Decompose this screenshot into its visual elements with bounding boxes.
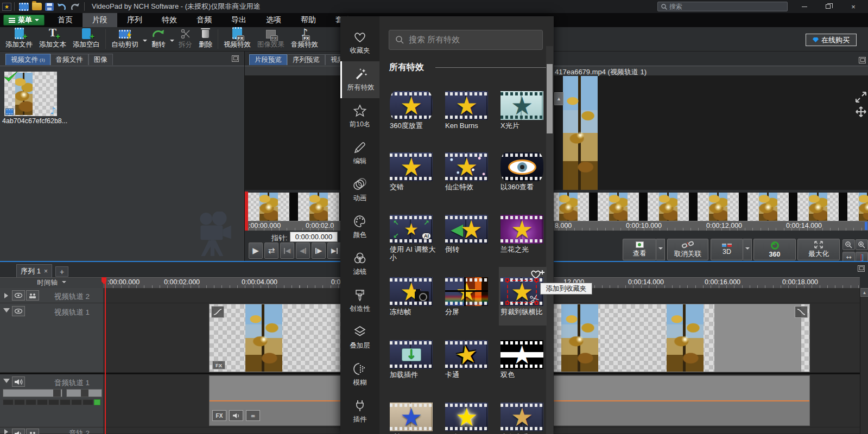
fade-in-handle[interactable] bbox=[211, 306, 224, 318]
playhead-line[interactable] bbox=[105, 277, 106, 434]
loop-button[interactable]: ⇄ bbox=[264, 242, 278, 259]
track-group-button[interactable] bbox=[26, 429, 39, 434]
category-plugins[interactable]: 插件 bbox=[340, 393, 379, 430]
delete-button[interactable]: 删除 bbox=[195, 27, 216, 51]
rotate-dropdown[interactable] bbox=[170, 40, 174, 44]
close-sequence-icon[interactable]: × bbox=[44, 267, 48, 275]
play-button[interactable]: ▶ bbox=[249, 242, 263, 259]
expand-track-icon[interactable] bbox=[4, 429, 11, 434]
clip-link-badge[interactable]: ∞ bbox=[246, 410, 260, 421]
auto-cut-dropdown[interactable] bbox=[143, 40, 147, 44]
go-start-button[interactable]: ◀ bbox=[280, 242, 294, 259]
tab-clip-preview[interactable]: 片段预览 bbox=[249, 54, 287, 65]
clip-fx-badge[interactable]: FX bbox=[212, 410, 226, 421]
undock-panel-icon[interactable] bbox=[858, 265, 865, 272]
undo-icon[interactable] bbox=[56, 2, 67, 11]
open-folder-icon[interactable] bbox=[32, 3, 42, 10]
pan-slider[interactable] bbox=[66, 389, 102, 397]
track-visibility-button[interactable] bbox=[12, 290, 25, 301]
effect-split-screen[interactable]: ★ 分屏 bbox=[445, 277, 494, 316]
effect-view-360[interactable]: 以360查看 bbox=[500, 152, 549, 191]
effect-load-plugin[interactable]: ↓ 加载插件 bbox=[390, 340, 439, 379]
effect-fairy-dust[interactable]: ★ 仙尘特效 bbox=[445, 152, 494, 191]
menu-tab-help[interactable]: 帮助 bbox=[291, 13, 326, 27]
category-edit[interactable]: 编辑 bbox=[340, 135, 379, 172]
expand-track-icon[interactable] bbox=[4, 293, 11, 298]
image-fx-button[interactable]: FX 图像效果 bbox=[254, 27, 288, 51]
sequence-tab[interactable]: 序列 1× bbox=[16, 264, 52, 277]
tab-video-files[interactable]: 视频文件(1) bbox=[5, 54, 50, 65]
clip-fx-badge[interactable]: FX bbox=[212, 361, 225, 369]
track-visibility-button[interactable] bbox=[12, 306, 25, 316]
menu-button[interactable]: 菜单 bbox=[3, 15, 45, 25]
category-filters[interactable]: 滤镜 bbox=[340, 246, 379, 283]
zoom-in-button[interactable] bbox=[856, 239, 868, 250]
auto-cut-button[interactable]: 自动剪切 bbox=[108, 27, 142, 51]
titlebar-search[interactable]: 搜索 bbox=[657, 2, 788, 11]
add-text-button[interactable]: T+ 添加文本 bbox=[36, 27, 69, 51]
go-end-button[interactable]: ▶ bbox=[327, 242, 341, 259]
scroll-up-icon[interactable]: ▲ bbox=[860, 288, 868, 297]
menu-tab-effects[interactable]: 特效 bbox=[152, 13, 187, 27]
effect-orchid-light[interactable]: ★ 兰花之光 bbox=[500, 215, 549, 253]
category-overlay[interactable]: 叠加层 bbox=[340, 320, 379, 356]
trim-end-marker[interactable] bbox=[865, 222, 867, 230]
add-blank-button[interactable]: + 添加空白 bbox=[69, 27, 103, 51]
tab-audio-files[interactable]: 音频文件 bbox=[50, 54, 88, 65]
minimize-button[interactable] bbox=[794, 0, 815, 13]
undock-panel-icon[interactable] bbox=[859, 57, 866, 63]
view-dropdown[interactable] bbox=[656, 239, 665, 260]
effect-interleave[interactable]: ★ 交错 bbox=[390, 152, 439, 191]
close-button[interactable]: × bbox=[840, 0, 866, 13]
menu-tab-sequence[interactable]: 序列 bbox=[117, 13, 152, 27]
undock-panel-icon[interactable] bbox=[232, 55, 239, 62]
effect-xray[interactable]: ★ X光片 bbox=[500, 91, 549, 130]
tab-sequence-preview[interactable]: 序列预览 bbox=[287, 54, 325, 65]
menu-tab-audio[interactable]: 音频 bbox=[187, 13, 221, 27]
step-back-button[interactable]: ◀ bbox=[296, 242, 310, 259]
menu-tab-clip[interactable]: 片段 bbox=[83, 13, 117, 27]
clip-ruler[interactable]: :00:00.000 0:00:02.0 8.000 0:00:10.000 0… bbox=[245, 221, 868, 231]
category-color[interactable]: 颜色 bbox=[340, 209, 379, 246]
add-sequence-button[interactable]: + bbox=[55, 266, 68, 277]
menu-tab-home[interactable]: 首页 bbox=[48, 13, 83, 27]
3d-dropdown[interactable] bbox=[743, 239, 752, 260]
collapse-track-icon[interactable] bbox=[3, 308, 10, 316]
track-mute-button[interactable] bbox=[12, 429, 25, 434]
stereo-3d-button[interactable]: 3D bbox=[711, 239, 743, 260]
menu-tab-export[interactable]: 导出 bbox=[221, 13, 256, 27]
effect-ken-burns[interactable]: ★ Ken Burns bbox=[445, 91, 494, 130]
track-mute-button[interactable] bbox=[12, 376, 25, 387]
category-all-effects[interactable]: 所有特效 bbox=[340, 61, 379, 98]
menu-tab-options[interactable]: 选项 bbox=[256, 13, 291, 27]
category-top10[interactable]: 前10名 bbox=[340, 98, 379, 135]
buy-online-button[interactable]: 在线购买 bbox=[806, 34, 857, 46]
audio-fx-button[interactable]: ♪FX 音频特效 bbox=[288, 27, 321, 51]
fade-out-handle[interactable] bbox=[795, 306, 808, 318]
timeline-scrollbar[interactable]: ▲ bbox=[860, 288, 868, 434]
clip-volume-badge[interactable] bbox=[229, 410, 243, 421]
effect-cartoon[interactable]: ★ 卡通 bbox=[445, 340, 494, 379]
fullscreen-icon[interactable] bbox=[855, 91, 867, 103]
maximize-button[interactable]: 最大化 bbox=[797, 239, 840, 260]
rotate-button[interactable]: 翻转 bbox=[148, 27, 169, 51]
timeline-header-dropdown[interactable]: 时间轴 bbox=[0, 277, 103, 288]
video-fx-button[interactable]: FX 视频特效 bbox=[220, 27, 254, 51]
effect-reverse[interactable]: ◀★ 倒转 bbox=[445, 215, 494, 253]
effect-two-tone[interactable]: ★ 双色 bbox=[500, 340, 549, 379]
redo-icon[interactable] bbox=[69, 2, 80, 11]
scroll-up-button[interactable]: ▲ bbox=[554, 92, 563, 105]
effect-glow[interactable]: ★ 发光 bbox=[445, 403, 494, 434]
save-icon[interactable] bbox=[45, 3, 54, 11]
effect-antique[interactable]: ★ 古色古香 bbox=[500, 403, 549, 434]
effect-ai-resize[interactable]: ★ ↖↗ ↙↘ AI 使用 AI 调整大小 bbox=[390, 215, 439, 261]
split-button[interactable]: 拆分 bbox=[175, 27, 195, 51]
tab-images[interactable]: 图像 bbox=[88, 54, 113, 65]
track-group-button[interactable] bbox=[26, 290, 39, 301]
view-360-button[interactable]: 360 bbox=[753, 239, 796, 260]
effects-search-input[interactable]: 搜索 所有特效 bbox=[389, 30, 543, 50]
preview-filmstrip[interactable] bbox=[245, 193, 868, 221]
category-animation[interactable]: 动画 bbox=[340, 172, 379, 209]
category-blur[interactable]: 模糊 bbox=[340, 356, 379, 393]
effect-invert[interactable]: ★ 反相 bbox=[390, 403, 439, 434]
